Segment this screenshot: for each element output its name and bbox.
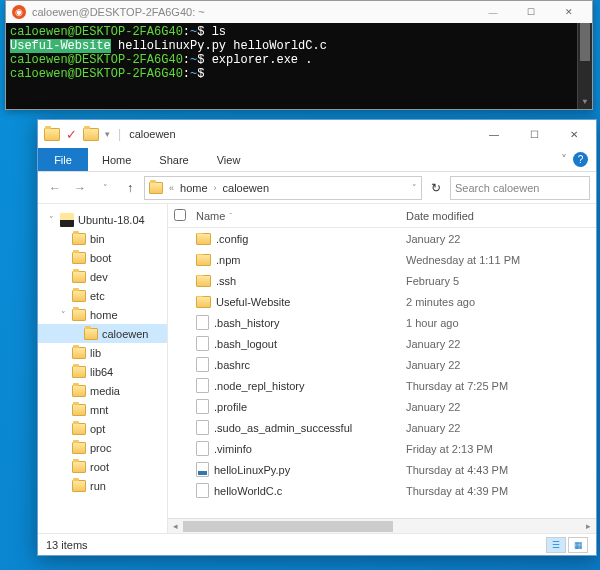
tree-item-home[interactable]: ˅home	[38, 305, 167, 324]
tree-item-run[interactable]: run	[38, 476, 167, 495]
tree-item-opt[interactable]: opt	[38, 419, 167, 438]
maximize-button[interactable]: ☐	[514, 120, 554, 148]
file-name: .bashrc	[214, 359, 250, 371]
folder-icon	[83, 128, 99, 141]
file-date: February 5	[406, 275, 596, 287]
search-input[interactable]: Search caloewen	[450, 176, 590, 200]
file-date: January 22	[406, 233, 596, 245]
column-headers: Nameˆ Date modified	[168, 204, 596, 228]
file-name: .node_repl_history	[214, 380, 305, 392]
tab-share[interactable]: Share	[145, 148, 202, 171]
file-icon	[196, 441, 209, 456]
tree-item-lib[interactable]: lib	[38, 343, 167, 362]
help-icon[interactable]: ?	[573, 152, 588, 167]
tree-item-dev[interactable]: dev	[38, 267, 167, 286]
breadcrumb-item[interactable]: caloewen	[223, 182, 269, 194]
list-row[interactable]: .sshFebruary 5	[168, 270, 596, 291]
tree-item-lib64[interactable]: lib64	[38, 362, 167, 381]
thumbnails-view-button[interactable]: ▦	[568, 537, 588, 553]
status-bar: 13 items ☰ ▦	[38, 533, 596, 555]
minimize-button[interactable]: —	[474, 120, 514, 148]
list-row[interactable]: .node_repl_historyThursday at 7:25 PM	[168, 375, 596, 396]
folder-icon	[84, 328, 98, 340]
list-row[interactable]: .configJanuary 22	[168, 228, 596, 249]
file-name: Useful-Website	[216, 296, 290, 308]
tree-expand-icon[interactable]: ˅	[58, 310, 68, 320]
details-view-button[interactable]: ☰	[546, 537, 566, 553]
scroll-left-icon[interactable]: ◂	[168, 521, 183, 531]
refresh-button[interactable]: ↻	[425, 176, 447, 200]
address-dropdown-icon[interactable]: ˅	[412, 183, 417, 193]
select-all-checkbox[interactable]	[174, 209, 186, 221]
linux-drive-icon	[60, 213, 74, 227]
maximize-button[interactable]: ☐	[512, 1, 550, 23]
nav-back-button[interactable]: ←	[44, 176, 66, 200]
scroll-right-icon[interactable]: ▸	[581, 521, 596, 531]
tree-item-media[interactable]: media	[38, 381, 167, 400]
breadcrumb-item[interactable]: home	[180, 182, 208, 194]
tree-item-label: lib	[90, 347, 101, 359]
tree-item-bin[interactable]: bin	[38, 229, 167, 248]
ubuntu-icon: ◉	[12, 5, 26, 19]
scroll-thumb[interactable]	[183, 521, 393, 532]
file-date: 2 minutes ago	[406, 296, 596, 308]
close-button[interactable]: ✕	[550, 1, 588, 23]
h-scrollbar[interactable]: ◂ ▸	[168, 518, 596, 533]
qat-dropdown-icon[interactable]: ▾	[105, 129, 110, 139]
list-row[interactable]: .bashrcJanuary 22	[168, 354, 596, 375]
nav-up-button[interactable]: ↑	[119, 176, 141, 200]
column-date[interactable]: Date modified	[406, 210, 596, 222]
list-row[interactable]: .profileJanuary 22	[168, 396, 596, 417]
list-row[interactable]: helloLinuxPy.pyThursday at 4:43 PM	[168, 459, 596, 480]
file-name: .npm	[216, 254, 240, 266]
expand-ribbon-icon[interactable]: ˅	[561, 153, 567, 167]
breadcrumb-chevron-icon[interactable]: «	[169, 183, 174, 193]
folder-icon	[72, 423, 86, 435]
file-list[interactable]: .configJanuary 22.npmWednesday at 1:11 P…	[168, 228, 596, 518]
list-row[interactable]: .bash_logoutJanuary 22	[168, 333, 596, 354]
tree-item-proc[interactable]: proc	[38, 438, 167, 457]
tree-item-root[interactable]: root	[38, 457, 167, 476]
terminal-titlebar[interactable]: ◉ caloewen@DESKTOP-2FA6G40: ~ — ☐ ✕	[6, 1, 592, 23]
terminal-scrollbar[interactable]: ▲ ▼	[577, 23, 592, 109]
list-row[interactable]: .npmWednesday at 1:11 PM	[168, 249, 596, 270]
list-row[interactable]: .bash_history1 hour ago	[168, 312, 596, 333]
explorer-titlebar[interactable]: ✓ ▾ | caloewen — ☐ ✕	[38, 120, 596, 148]
tree-item-caloewen[interactable]: caloewen	[38, 324, 167, 343]
status-text: 13 items	[46, 539, 88, 551]
tree-item-etc[interactable]: etc	[38, 286, 167, 305]
tree-item-mnt[interactable]: mnt	[38, 400, 167, 419]
terminal-line: Useful-Website helloLinuxPy.py helloWorl…	[10, 39, 588, 53]
tree-item-label: Ubuntu-18.04	[78, 214, 145, 226]
tree-item-label: mnt	[90, 404, 108, 416]
list-row[interactable]: .sudo_as_admin_successfulJanuary 22	[168, 417, 596, 438]
tree-item-ubuntu-18.04[interactable]: ˅Ubuntu-18.04	[38, 210, 167, 229]
qat-check-icon[interactable]: ✓	[66, 127, 77, 142]
tree-item-boot[interactable]: boot	[38, 248, 167, 267]
folder-icon	[44, 128, 60, 141]
nav-recent-button[interactable]: ˅	[94, 176, 116, 200]
tree-expand-icon[interactable]: ˅	[46, 215, 56, 225]
file-name: .bash_history	[214, 317, 279, 329]
close-button[interactable]: ✕	[554, 120, 594, 148]
list-row[interactable]: helloWorldC.cThursday at 4:39 PM	[168, 480, 596, 501]
nav-tree[interactable]: ˅Ubuntu-18.04binbootdevetc˅homecaloewenl…	[38, 204, 168, 533]
file-tab[interactable]: File	[38, 148, 88, 171]
breadcrumb-chevron-icon[interactable]: ›	[214, 183, 217, 193]
tab-home[interactable]: Home	[88, 148, 145, 171]
column-name[interactable]: Nameˆ	[196, 210, 406, 222]
address-bar[interactable]: « home › caloewen ˅	[144, 176, 422, 200]
scroll-down-icon[interactable]: ▼	[578, 95, 592, 109]
terminal-body[interactable]: caloewen@DESKTOP-2FA6G40:~$ ls Useful-We…	[6, 23, 592, 109]
folder-icon	[72, 347, 86, 359]
file-date: Thursday at 4:39 PM	[406, 485, 596, 497]
file-icon	[196, 378, 209, 393]
list-row[interactable]: .viminfoFriday at 2:13 PM	[168, 438, 596, 459]
file-date: January 22	[406, 359, 596, 371]
folder-icon	[72, 252, 86, 264]
scroll-thumb[interactable]	[580, 23, 590, 61]
nav-forward-button[interactable]: →	[69, 176, 91, 200]
list-row[interactable]: Useful-Website2 minutes ago	[168, 291, 596, 312]
tab-view[interactable]: View	[203, 148, 255, 171]
minimize-button[interactable]: —	[474, 1, 512, 23]
